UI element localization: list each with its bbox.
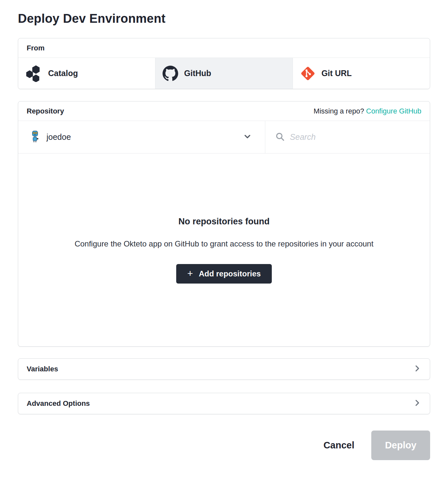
page-title: Deploy Dev Environment <box>18 12 430 26</box>
missing-repo-text: Missing a repo? Configure GitHub <box>314 107 421 115</box>
empty-state-description: Configure the Okteto app on GitHub to gr… <box>74 239 373 248</box>
configure-github-link[interactable]: Configure GitHub <box>366 107 421 115</box>
advanced-options-wrap: Advanced Options <box>18 393 430 414</box>
from-label: From <box>27 44 45 52</box>
account-dropdown-value: joedoe <box>46 132 236 142</box>
deploy-dialog: Deploy Dev Environment From Catalog <box>0 0 448 476</box>
empty-state-title: No repositories found <box>178 217 270 227</box>
search-icon <box>275 132 285 143</box>
cancel-button[interactable]: Cancel <box>323 440 354 451</box>
account-dropdown[interactable]: joedoe <box>18 121 265 153</box>
from-section: From Catalog <box>18 38 430 89</box>
hexagon-cluster-icon <box>25 65 42 82</box>
tab-catalog-label: Catalog <box>48 69 78 78</box>
add-repositories-button[interactable]: + Add repositories <box>176 264 272 284</box>
chevron-down-icon <box>243 132 252 142</box>
tab-github[interactable]: GitHub <box>155 58 292 89</box>
chevron-right-icon <box>413 364 421 374</box>
git-diamond-icon <box>300 66 316 81</box>
repository-label: Repository <box>27 107 64 115</box>
deploy-button[interactable]: Deploy <box>371 431 430 460</box>
repository-search <box>265 121 430 153</box>
advanced-options-toggle[interactable]: Advanced Options <box>18 393 430 414</box>
repository-picker-row: joedoe <box>18 121 430 153</box>
robot-avatar <box>31 130 39 144</box>
tab-catalog[interactable]: Catalog <box>18 58 155 89</box>
chevron-right-icon <box>413 399 421 408</box>
tab-git-url-label: Git URL <box>322 69 352 78</box>
repository-section: Repository Missing a repo? Configure Git… <box>18 101 430 347</box>
repository-empty-state: No repositories found Configure the Okte… <box>18 153 430 346</box>
github-octocat-icon <box>163 66 178 81</box>
variables-section-toggle[interactable]: Variables <box>18 358 430 380</box>
variables-label: Variables <box>27 365 58 373</box>
plus-icon: + <box>187 269 193 278</box>
from-header: From <box>18 38 430 58</box>
variables-section-wrap: Variables <box>18 358 430 380</box>
search-input[interactable] <box>290 132 420 142</box>
tab-git-url[interactable]: Git URL <box>293 58 430 89</box>
dialog-footer: Cancel Deploy <box>18 431 430 460</box>
add-repositories-label: Add repositories <box>199 269 261 278</box>
repository-header: Repository Missing a repo? Configure Git… <box>18 101 430 121</box>
tab-github-label: GitHub <box>184 69 211 78</box>
source-tabs: Catalog GitHub <box>18 58 430 89</box>
advanced-options-label: Advanced Options <box>27 399 90 408</box>
